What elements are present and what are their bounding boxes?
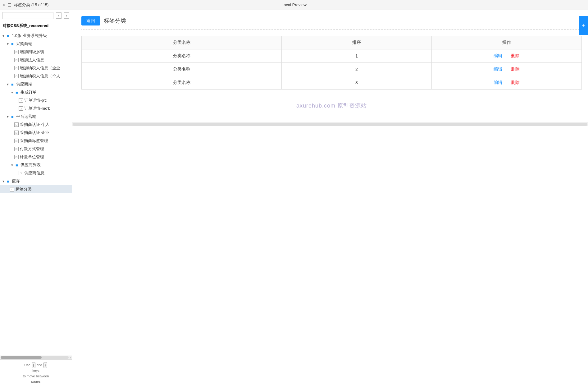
menu-icon: ☰ [7,2,11,7]
table-header-row: 分类名称 排序 操作 [82,36,582,49]
page-title: 标签分类 [104,17,126,25]
hint-text-move: to move between [23,374,49,378]
page-icon: □ [14,50,19,54]
bottom-scrollbar[interactable] [72,122,588,126]
table-row: 分类名称 1 编辑 删除 [82,49,582,63]
hint-text-use: Use [24,363,30,367]
hint-text-keys: keys [32,369,39,372]
sidebar-item-supplier[interactable]: ▼ ■ 供应商端 [0,80,72,88]
cell-action: 编辑 删除 [432,49,582,63]
page-icon: □ [14,131,19,135]
sidebar-item-label: 采购商标签管理 [20,138,48,144]
page-icon: □ [14,139,19,143]
sidebar-item-version[interactable]: ▼ ■ 1.0版-业务系统升级 [0,32,72,40]
col-header-order: 排序 [282,36,432,49]
page-header: 返回 标签分类 [81,16,582,30]
cell-order: 3 [282,76,432,90]
col-header-name: 分类名称 [82,36,282,49]
sidebar-item-buyer-cert-personal[interactable]: ▶ □ 采购商认证-个人 [0,121,72,129]
sidebar-item-tag-category[interactable]: ▶ □ 标签分类 [0,185,72,193]
expand-arrow-icon: ▼ [6,114,10,119]
data-table: 分类名称 排序 操作 分类名称 1 编辑 删除 分类名称 2 编辑 删除 分 [81,36,582,90]
sidebar-item-unit-management[interactable]: ▶ □ 计量单位管理 [0,153,72,161]
sidebar-item-add-taxpayer-enterprise[interactable]: ▶ □ 增加纳税人信息（企业 [0,64,72,72]
table-row: 分类名称 2 编辑 删除 [82,63,582,76]
sidebar-item-label: 付款方式管理 [20,146,44,152]
content-area: + 返回 标签分类 分类名称 排序 操作 分类名称 1 [72,10,588,387]
col-header-action: 操作 [432,36,582,49]
sidebar-item-supplier-info[interactable]: ▶ □ 供应商信息 [0,169,72,177]
sidebar-item-label: 供应商信息 [24,170,44,176]
close-icon[interactable]: × [2,2,5,7]
cell-name: 分类名称 [82,49,282,63]
delete-button[interactable]: 删除 [511,53,520,58]
page-icon: □ [14,147,19,151]
delete-button[interactable]: 删除 [511,67,520,71]
hint-text-and: and [37,363,42,367]
content-inner: + 返回 标签分类 分类名称 排序 操作 分类名称 1 [72,10,588,122]
expand-arrow-icon: ▼ [6,42,10,46]
sidebar-item-create-order[interactable]: ▼ ■ 生成订单 [0,88,72,96]
sidebar-item-label: 废弃 [12,178,20,184]
sidebar-item-platform[interactable]: ▼ ■ 平台运营端 [0,113,72,121]
sidebar-item-order-detail-pc[interactable]: ▶ □ 订单详情-p'c [0,96,72,104]
sidebar-item-label: 供应商列表 [21,162,41,168]
page-icon: □ [14,74,19,78]
scroll-right-btn[interactable]: › [70,356,71,359]
edit-button[interactable]: 编辑 [494,67,502,71]
sidebar-tree: ▼ ■ 1.0版-业务系统升级 ▼ ■ 采购商端 ▶ □ 增加四级乡镇 ▶ □ … [0,30,72,356]
add-button-area: + [579,16,588,35]
sidebar-item-label: 增加纳税人信息（个人 [20,73,60,79]
cell-name: 分类名称 [82,76,282,90]
sidebar-item-add-taxpayer-personal[interactable]: ▶ □ 增加纳税人信息（个人 [0,72,72,80]
sidebar-item-label: 供应商端 [16,81,32,87]
sidebar-item-label: 平台运营端 [16,114,36,119]
sidebar-item-add-region[interactable]: ▶ □ 增加四级乡镇 [0,48,72,56]
folder-icon: ■ [10,41,15,46]
sidebar-bottom-hint: Use { and } keys to move between pages [0,359,72,387]
watermark: axurehub.com 原型资源站 [81,96,582,116]
edit-button[interactable]: 编辑 [494,53,502,58]
sidebar-item-label: 标签分类 [16,187,32,192]
sidebar-item-payment-management[interactable]: ▶ □ 付款方式管理 [0,145,72,153]
sidebar-h-scrollbar[interactable]: › [0,356,72,359]
sidebar-item-deprecated[interactable]: ▼ ■ 废弃 [0,177,72,185]
back-button[interactable]: 返回 [81,16,100,25]
expand-arrow-icon: ▼ [1,179,6,183]
folder-icon: ■ [6,179,11,184]
delete-button[interactable]: 删除 [511,80,520,85]
page-icon: □ [19,106,23,111]
hint-text-pages: pages [31,380,41,383]
sidebar-item-buyer-cert-enterprise[interactable]: ▶ □ 采购商认证-企业 [0,129,72,137]
sidebar-item-label: 1.0版-业务系统升级 [12,33,47,39]
main-layout: ‹ › 对接CSS系统_recovered ▼ ■ 1.0版-业务系统升级 ▼ … [0,10,588,387]
page-icon: □ [19,171,23,175]
cell-action: 编辑 删除 [432,63,582,76]
page-icon: □ [14,66,19,70]
sidebar-item-supplier-list[interactable]: ▼ ■ 供应商列表 [0,161,72,169]
prev-page-button[interactable]: ‹ [56,12,62,19]
sidebar-item-buyer-tag-management[interactable]: ▶ □ 采购商标签管理 [0,137,72,145]
expand-arrow-icon: ▼ [10,163,14,167]
project-name: 对接CSS系统_recovered [0,21,72,30]
search-input[interactable] [2,12,53,19]
add-button[interactable]: + [579,16,588,35]
edit-button[interactable]: 编辑 [494,80,502,85]
next-page-button[interactable]: › [64,12,70,19]
sidebar-item-label: 订单详情-mo'b [24,106,50,111]
sidebar-item-add-legal[interactable]: ▶ □ 增加法人信息 [0,56,72,64]
folder-icon: ■ [14,163,19,168]
cell-order: 1 [282,49,432,63]
table-row: 分类名称 3 编辑 删除 [82,76,582,90]
sidebar-item-label: 订单详情-p'c [24,98,47,103]
sidebar-item-purchase[interactable]: ▼ ■ 采购商端 [0,40,72,48]
scrollbar-track [1,356,69,359]
sidebar-item-label: 增加纳税人信息（企业 [20,65,60,71]
sidebar-item-label: 采购商认证-企业 [20,130,49,136]
cell-name: 分类名称 [82,63,282,76]
page-icon: □ [19,98,23,103]
scrollbar-track [73,123,587,126]
sidebar-item-order-detail-mob[interactable]: ▶ □ 订单详情-mo'b [0,104,72,113]
cell-order: 2 [282,63,432,76]
folder-icon: ■ [6,33,11,38]
